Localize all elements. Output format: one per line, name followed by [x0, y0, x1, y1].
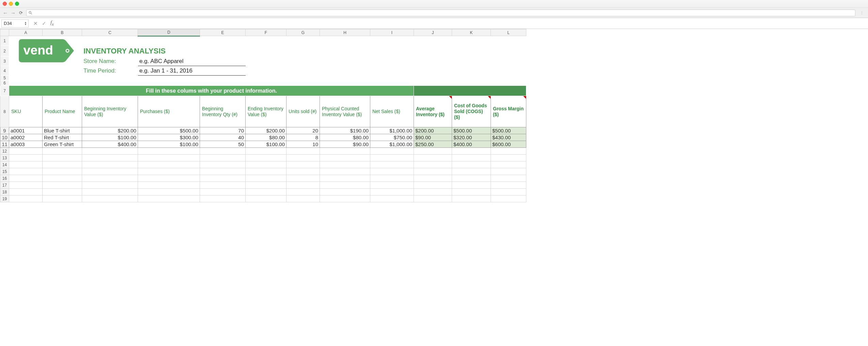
cell-net-sales[interactable]: $1,000.00 [370, 127, 414, 134]
row-header-15[interactable]: 15 [0, 168, 9, 175]
spreadsheet[interactable]: A B C D E F G H I J K L 1 vend 2 INVENTO… [0, 29, 868, 202]
comment-indicator-icon[interactable] [488, 96, 491, 99]
column-header-row: A B C D E F G H I J K L [0, 29, 526, 36]
cell-gm[interactable]: $500.00 [491, 127, 526, 134]
col-header-H[interactable]: H [320, 29, 370, 36]
header-net-sales[interactable]: Net Sales ($) [370, 96, 414, 127]
address-bar[interactable]: ⚲ [26, 10, 855, 16]
logo-cell: vend [9, 36, 82, 76]
name-box[interactable]: D34 ▴▾ [1, 19, 29, 28]
row-header-10[interactable]: 10 [0, 134, 9, 141]
instruction-banner: Fill in these colums with your product i… [9, 86, 414, 96]
col-header-B[interactable]: B [43, 29, 82, 36]
row-header-17[interactable]: 17 [0, 182, 9, 189]
col-header-F[interactable]: F [246, 29, 286, 36]
row-header-13[interactable]: 13 [0, 155, 9, 161]
row-header-4[interactable]: 4 [0, 66, 9, 76]
cell-beg-qty[interactable]: 70 [200, 127, 246, 134]
col-header-I[interactable]: I [370, 29, 414, 36]
cell-units[interactable]: 20 [286, 127, 320, 134]
window-maximize-button[interactable] [15, 2, 19, 6]
header-ending-value[interactable]: Ending Inventory Value ($) [246, 96, 286, 127]
formula-input[interactable] [57, 19, 868, 28]
row-header-12[interactable]: 12 [0, 148, 9, 155]
row-header-8[interactable]: 8 [0, 96, 9, 127]
row-header-1[interactable]: 1 [0, 36, 9, 46]
cell-sku[interactable]: a0001 [9, 127, 43, 134]
cancel-formula-button[interactable]: ✕ [33, 20, 38, 27]
table-row[interactable]: 9 a0001 Blue T-shirt $200.00 $500.00 70 … [0, 127, 526, 134]
grid[interactable]: A B C D E F G H I J K L 1 vend 2 INVENTO… [0, 29, 526, 202]
time-period-input[interactable]: e.g. Jan 1 - 31, 2016 [138, 66, 246, 76]
table-row[interactable]: 10 a0002 Red T-shirt $100.00 $300.00 40 … [0, 134, 526, 141]
col-header-K[interactable]: K [452, 29, 491, 36]
accept-formula-button[interactable]: ✓ [42, 20, 46, 27]
header-sku[interactable]: SKU [9, 96, 43, 127]
page-title: INVENTORY ANALYSIS [83, 47, 166, 55]
comment-indicator-icon[interactable] [449, 96, 452, 99]
cell-product[interactable]: Blue T-shirt [43, 127, 82, 134]
row-header-18[interactable]: 18 [0, 189, 9, 195]
store-name-label: Store Name: [83, 58, 116, 64]
nav-bar: ← → ⟳ ⚲ ⋮ [0, 7, 868, 18]
header-avg-inventory[interactable]: Average Inventory ($) [414, 96, 452, 127]
comment-indicator-icon[interactable] [523, 96, 526, 99]
reload-button[interactable]: ⟳ [19, 10, 23, 15]
calc-banner [414, 86, 526, 96]
header-product[interactable]: Product Name [43, 96, 82, 127]
vend-logo: vend [17, 37, 75, 64]
header-units-sold[interactable]: Units sold (#) [286, 96, 320, 127]
name-box-dropdown-icon[interactable]: ▴▾ [25, 21, 26, 26]
store-name-input[interactable]: e.g. ABC Apparel [138, 57, 246, 66]
fx-icon[interactable]: fx [50, 20, 54, 27]
header-gross-margin[interactable]: Gross Margin ($) [491, 96, 526, 127]
select-all-corner[interactable] [0, 29, 9, 36]
row-header-9[interactable]: 9 [0, 127, 9, 134]
cell-phys[interactable]: $190.00 [320, 127, 370, 134]
window-close-button[interactable] [3, 2, 7, 6]
svg-text:vend: vend [24, 43, 53, 57]
row-header-3[interactable]: 3 [0, 57, 9, 66]
row-header-19[interactable]: 19 [0, 195, 9, 202]
browser-menu-button[interactable]: ⋮ [859, 11, 865, 15]
header-purchases[interactable]: Purchases ($) [138, 96, 200, 127]
row-header-5[interactable]: 5 [0, 76, 9, 81]
col-header-E[interactable]: E [200, 29, 246, 36]
header-cogs[interactable]: Cost of Goods Sold (COGS) ($) [452, 96, 491, 127]
back-button[interactable]: ← [3, 10, 8, 16]
title-bar [0, 0, 868, 7]
forward-button[interactable]: → [11, 10, 16, 16]
header-physical-count[interactable]: Physical Counted Inventory Value ($) [320, 96, 370, 127]
row-header-7[interactable]: 7 [0, 86, 9, 96]
col-header-L[interactable]: L [491, 29, 526, 36]
col-header-J[interactable]: J [414, 29, 452, 36]
row-header-6[interactable]: 6 [0, 81, 9, 86]
row-header-2[interactable]: 2 [0, 46, 9, 57]
cell-beg-val[interactable]: $200.00 [82, 127, 138, 134]
col-header-A[interactable]: A [9, 29, 43, 36]
cell-purchases[interactable]: $500.00 [138, 127, 200, 134]
table-row[interactable]: 11 a0003 Green T-shirt $400.00 $100.00 5… [0, 141, 526, 148]
cell-end-val[interactable]: $200.00 [246, 127, 286, 134]
cell-cogs[interactable]: $500.00 [452, 127, 491, 134]
row-header-14[interactable]: 14 [0, 161, 9, 168]
time-period-label: Time Period: [83, 67, 116, 74]
col-header-C[interactable]: C [82, 29, 138, 36]
search-icon: ⚲ [27, 10, 33, 16]
cell-avg[interactable]: $200.00 [414, 127, 452, 134]
header-beginning-value[interactable]: Beginning Inventory Value ($) [82, 96, 138, 127]
col-header-G[interactable]: G [286, 29, 320, 36]
header-beginning-qty[interactable]: Beginning Inventory Qty (#) [200, 96, 246, 127]
window-minimize-button[interactable] [9, 2, 13, 6]
col-header-D[interactable]: D [138, 29, 200, 36]
browser-chrome: ← → ⟳ ⚲ ⋮ [0, 0, 868, 18]
formula-bar: D34 ▴▾ ✕ ✓ fx [0, 18, 868, 29]
cell-reference: D34 [4, 21, 12, 26]
row-header-16[interactable]: 16 [0, 175, 9, 182]
row-header-11[interactable]: 11 [0, 141, 9, 148]
